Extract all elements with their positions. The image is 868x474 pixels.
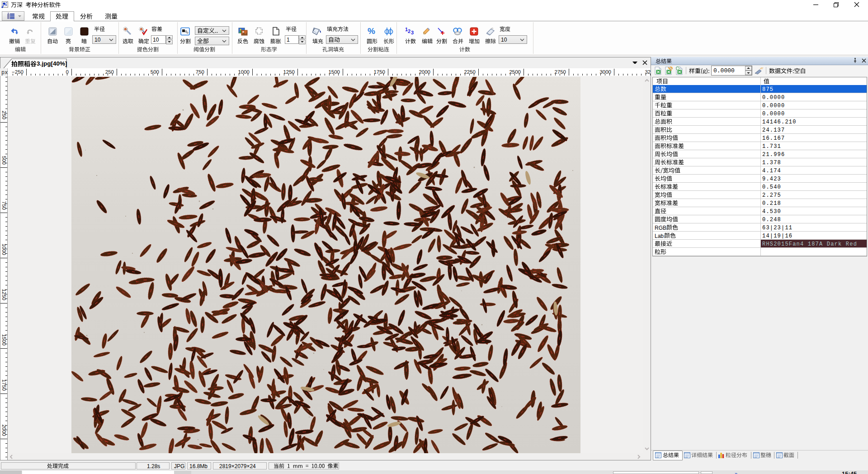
- svg-text:1000: 1000: [238, 69, 250, 75]
- svg-text:3000: 3000: [599, 69, 611, 75]
- svg-text:2500: 2500: [509, 69, 521, 75]
- svg-text:%: %: [368, 27, 375, 36]
- svg-text:1500: 1500: [1, 334, 7, 346]
- svg-text:1000: 1000: [1, 243, 7, 255]
- svg-text:2000: 2000: [419, 69, 430, 75]
- svg-text:750: 750: [1, 201, 7, 210]
- svg-text:−250: −250: [12, 69, 24, 75]
- svg-text:3250: 3250: [645, 69, 651, 75]
- svg-text:0: 0: [66, 69, 69, 75]
- svg-text:1250: 1250: [283, 69, 295, 75]
- svg-text:3: 3: [411, 30, 414, 35]
- svg-text:1750: 1750: [373, 69, 385, 75]
- svg-text:500: 500: [151, 69, 159, 75]
- svg-text:500: 500: [1, 156, 7, 165]
- svg-text:2000: 2000: [1, 424, 7, 436]
- svg-text:250: 250: [105, 69, 114, 75]
- svg-text:2: 2: [408, 28, 410, 34]
- svg-text:1750: 1750: [1, 379, 7, 391]
- svg-text:250: 250: [1, 111, 7, 119]
- svg-text:750: 750: [196, 69, 204, 75]
- svg-text:2750: 2750: [554, 69, 566, 75]
- svg-text:2250: 2250: [464, 69, 476, 75]
- svg-text:1500: 1500: [328, 69, 340, 75]
- svg-text:px: px: [1, 70, 8, 76]
- svg-text:1250: 1250: [1, 289, 7, 300]
